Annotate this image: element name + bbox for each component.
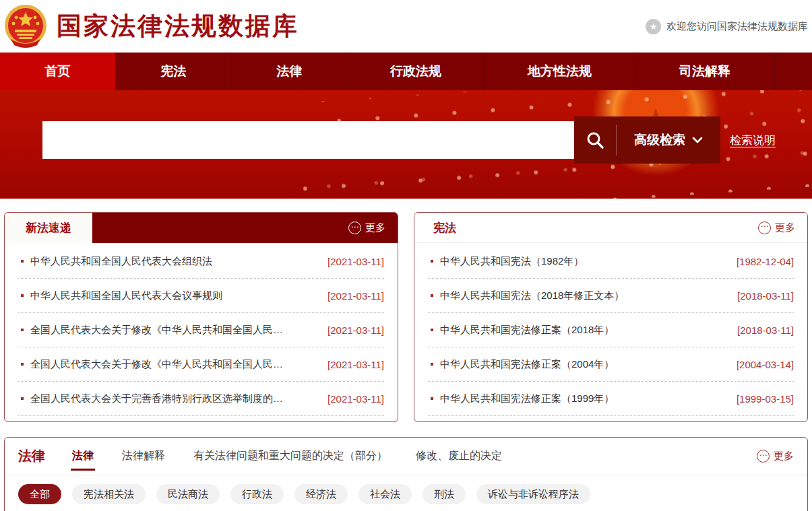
tab-label: 法律解释 xyxy=(122,449,165,463)
chevron-down-icon xyxy=(692,137,703,143)
law-title-link[interactable]: 中华人民共和国全国人民代表大会组织法 xyxy=(30,255,319,268)
new-laws-list: 中华人民共和国全国人民代表大会组织法 [2021-03-11] 中华人民共和国全… xyxy=(5,243,398,421)
list-item[interactable]: 中华人民共和国宪法（2018年修正文本） [2018-03-11] xyxy=(428,279,794,313)
ellipsis-icon: ⋯ xyxy=(348,222,361,234)
constitution-panel-header: 宪法 ⋯ 更多 xyxy=(414,213,807,243)
list-item[interactable]: 全国人民代表大会关于修改《中华人民共和国全国人民… [2021-03-11] xyxy=(18,313,384,347)
law-title-link[interactable]: 中华人民共和国宪法修正案（1999年） xyxy=(440,393,728,405)
list-item[interactable]: 中华人民共和国全国人民代表大会组织法 [2021-03-11] xyxy=(18,244,384,279)
more-label: 更多 xyxy=(365,222,385,234)
main-nav: 首页 宪法 法律 行政法规 地方性法规 司法解释 xyxy=(0,53,812,90)
nav-tab-judicial-interpretation[interactable]: 司法解释 xyxy=(635,53,775,90)
bullet-icon xyxy=(431,294,433,297)
law-category-filters: 全部 宪法相关法 民法商法 行政法 经济法 社会法 刑法 诉讼与非诉讼程序法 xyxy=(5,475,807,511)
more-label: 更多 xyxy=(775,222,795,234)
bullet-icon xyxy=(21,363,24,366)
bullet-icon xyxy=(431,329,433,331)
law-title-link[interactable]: 全国人民代表大会关于修改《中华人民共和国全国人民… xyxy=(30,324,319,337)
law-title-link[interactable]: 中华人民共和国宪法修正案（2004年） xyxy=(440,358,728,371)
law-date: [2021-03-11] xyxy=(327,359,384,370)
law-title-link[interactable]: 全国人民代表大会关于完善香港特别行政区选举制度的… xyxy=(30,393,319,405)
law-section-panel: 法律 法律 法律解释 有关法律问题和重大问题的决定（部分） 修改、废止的决定 ⋯… xyxy=(4,437,808,511)
content-panels: 新法速递 ⋯ 更多 中华人民共和国全国人民代表大会组织法 [2021-03-11… xyxy=(4,212,808,422)
filter-procedure[interactable]: 诉讼与非诉讼程序法 xyxy=(476,484,590,504)
filter-administrative[interactable]: 行政法 xyxy=(230,484,284,504)
law-date: [2021-03-11] xyxy=(327,325,384,336)
search-help-link[interactable]: 检索说明 xyxy=(730,133,776,148)
bullet-icon xyxy=(21,329,24,331)
law-section-more-button[interactable]: ⋯ 更多 xyxy=(757,450,794,463)
nav-tab-constitution[interactable]: 宪法 xyxy=(116,53,232,90)
filter-all[interactable]: 全部 xyxy=(18,484,61,504)
bullet-icon xyxy=(431,260,433,263)
search-icon xyxy=(586,131,604,149)
constitution-more-button[interactable]: ⋯ 更多 xyxy=(758,222,795,234)
list-item[interactable]: 中华人民共和国宪法（1982年） [1982-12-04] xyxy=(428,244,794,279)
law-date: [2004-03-14] xyxy=(737,359,794,370)
filter-criminal[interactable]: 刑法 xyxy=(423,484,466,504)
list-item[interactable]: 中华人民共和国全国人民代表大会议事规则 [2021-03-11] xyxy=(18,279,384,313)
list-item[interactable]: 全国人民代表大会关于修改《中华人民共和国全国人民… [2021-03-11] xyxy=(18,347,384,382)
nav-tab-local-regulations[interactable]: 地方性法规 xyxy=(485,53,635,90)
list-item[interactable]: 全国人民代表大会关于完善香港特别行政区选举制度的… [2021-03-11] xyxy=(18,382,384,416)
ellipsis-icon: ⋯ xyxy=(757,450,770,463)
new-laws-panel-header: 新法速递 ⋯ 更多 xyxy=(5,213,398,243)
active-tab-underline xyxy=(71,469,95,471)
tab-label: 法律 xyxy=(72,449,94,463)
bullet-icon xyxy=(21,397,24,400)
law-title-link[interactable]: 中华人民共和国宪法（2018年修正文本） xyxy=(440,289,729,302)
nav-tab-admin-regulations[interactable]: 行政法规 xyxy=(348,53,485,90)
bullet-icon xyxy=(431,397,433,400)
list-item[interactable]: 中华人民共和国宪法修正案（2018年） [2018-03-11] xyxy=(428,313,794,347)
tab-amend-repeal-decisions[interactable]: 修改、废止的决定 xyxy=(416,438,502,475)
law-date: [2021-03-11] xyxy=(327,290,384,302)
filter-civil-commercial[interactable]: 民法商法 xyxy=(156,484,220,504)
search-bar: 高级检索 检索说明 xyxy=(42,116,776,164)
search-button[interactable] xyxy=(574,116,616,164)
list-item[interactable]: 中华人民共和国宪法修正案（1999年） [1999-03-15] xyxy=(428,382,794,416)
bullet-icon xyxy=(21,260,24,263)
site-title: 国家法律法规数据库 xyxy=(57,9,299,43)
law-title-link[interactable]: 中华人民共和国宪法（1982年） xyxy=(440,255,728,268)
law-title-link[interactable]: 中华人民共和国全国人民代表大会议事规则 xyxy=(30,289,319,302)
new-laws-panel: 新法速递 ⋯ 更多 中华人民共和国全国人民代表大会组织法 [2021-03-11… xyxy=(4,212,398,422)
tab-law-interpretation[interactable]: 法律解释 xyxy=(122,438,165,475)
law-date: [2018-03-11] xyxy=(737,290,794,302)
list-item[interactable]: 中华人民共和国宪法修正案（2004年） [2004-03-14] xyxy=(428,347,794,382)
law-date: [2021-03-11] xyxy=(327,256,384,267)
law-section-title: 法律 xyxy=(18,447,45,465)
ellipsis-icon: ⋯ xyxy=(758,222,771,234)
more-label: 更多 xyxy=(774,450,794,463)
constitution-panel-title: 宪法 xyxy=(433,220,456,236)
law-date: [2021-03-11] xyxy=(327,393,384,405)
law-date: [1999-03-15] xyxy=(737,393,794,405)
nav-tab-law[interactable]: 法律 xyxy=(232,53,348,90)
law-date: [1982-12-04] xyxy=(737,256,794,267)
constitution-panel: 宪法 ⋯ 更多 中华人民共和国宪法（1982年） [1982-12-04] 中华… xyxy=(414,212,808,422)
law-title-link[interactable]: 全国人民代表大会关于修改《中华人民共和国全国人民… xyxy=(30,358,319,371)
search-controls: 高级检索 xyxy=(574,116,720,164)
national-emblem-logo xyxy=(4,4,47,48)
tab-law[interactable]: 法律 xyxy=(72,438,94,475)
tab-decisions-on-issues[interactable]: 有关法律问题和重大问题的决定（部分） xyxy=(193,438,387,475)
nav-tab-home[interactable]: 首页 xyxy=(0,53,116,90)
advanced-search-button[interactable]: 高级检索 xyxy=(617,116,720,164)
tab-label: 有关法律问题和重大问题的决定（部分） xyxy=(193,449,387,463)
bullet-icon xyxy=(431,363,433,366)
user-star-icon: ★ xyxy=(646,19,661,34)
filter-economic[interactable]: 经济法 xyxy=(294,484,348,504)
welcome-text: 欢迎您访问国家法律法规数据库 xyxy=(666,20,808,33)
law-date: [2018-03-11] xyxy=(737,325,794,336)
welcome-area: ★ 欢迎您访问国家法律法规数据库 xyxy=(646,0,808,53)
filter-constitution-related[interactable]: 宪法相关法 xyxy=(72,484,146,504)
search-input[interactable] xyxy=(42,121,574,159)
law-title-link[interactable]: 中华人民共和国宪法修正案（2018年） xyxy=(440,324,729,337)
nav-filler xyxy=(775,53,812,90)
law-section-header: 法律 法律 法律解释 有关法律问题和重大问题的决定（部分） 修改、废止的决定 ⋯… xyxy=(5,438,807,475)
constitution-list: 中华人民共和国宪法（1982年） [1982-12-04] 中华人民共和国宪法（… xyxy=(414,243,807,421)
filter-social[interactable]: 社会法 xyxy=(358,484,412,504)
tab-new-laws[interactable]: 新法速递 xyxy=(5,213,92,243)
tab-label: 修改、废止的决定 xyxy=(416,449,502,463)
new-laws-more-button[interactable]: ⋯ 更多 xyxy=(348,222,385,234)
advanced-search-label: 高级检索 xyxy=(634,131,685,149)
